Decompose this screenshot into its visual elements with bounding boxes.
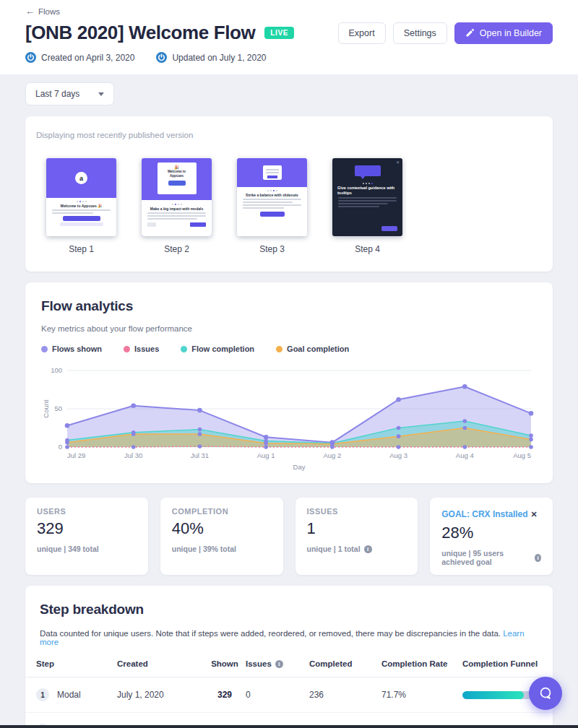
breadcrumb[interactable]: ← Flows (25, 6, 60, 17)
step-label: Step 2 (142, 244, 212, 254)
completion-funnel-fill (462, 691, 524, 699)
legend-dot-icon (181, 346, 187, 352)
analytics-area-chart: 050100Jul 29Jul 30Jul 31Aug 1Aug 2Aug 3A… (41, 362, 537, 472)
close-icon: ✕ (396, 160, 400, 165)
step-4-preview-image: ✕ Give contextual guidance with tooltips (332, 158, 402, 236)
chat-bubble-icon (537, 685, 554, 702)
window-bottom-edge (0, 725, 578, 728)
step-label: Step 1 (46, 244, 116, 254)
data-point (462, 426, 467, 430)
stat-card-goal: GOAL: CRX Installed✕28%unique | 95 users… (430, 498, 553, 575)
data-point (65, 423, 70, 428)
x-tick-label: Aug 5 (513, 451, 531, 459)
issues-cell: 0 (246, 690, 309, 700)
data-point (264, 441, 268, 446)
chat-widget-button[interactable] (529, 677, 562, 710)
table-row: 1ModalJuly 1, 2020329023671.7% (25, 677, 553, 712)
stat-card-users: USERS329unique | 349 total (25, 498, 148, 575)
open-in-builder-button[interactable]: Open in Builder (454, 22, 553, 44)
data-point (462, 445, 467, 449)
updated-meta: Updated on July 1, 2020 (156, 52, 266, 63)
x-tick-label: Aug 3 (389, 451, 407, 459)
x-tick-label: Jul 30 (124, 451, 142, 459)
data-point (131, 403, 136, 408)
created-text: Created on April 3, 2020 (41, 53, 134, 63)
data-point (462, 384, 467, 389)
step-thumbnail-1: a Welcome to Appcues 🎉 Step 1 (46, 158, 116, 254)
info-icon[interactable]: i (275, 660, 283, 668)
stat-subtext-label: unique | 95 users achieved goal (441, 549, 531, 566)
info-icon[interactable]: i (535, 554, 541, 562)
legend-item-goal-completion: Goal completion (276, 344, 349, 353)
legend-item-issues: Issues (124, 344, 159, 353)
history-power-icon (25, 52, 36, 63)
settings-button[interactable]: Settings (393, 22, 447, 44)
stat-label: COMPLETION (172, 507, 272, 516)
analytics-subtitle: Key metrics about your flow performance (41, 324, 537, 333)
goal-link[interactable]: GOAL: CRX Installed (441, 509, 527, 519)
step-type: Modal (57, 690, 81, 700)
stat-label: USERS (37, 507, 137, 516)
data-point (529, 433, 533, 438)
stat-card-issues: ISSUES1unique | 1 totali (296, 498, 418, 575)
data-point (529, 411, 534, 416)
column-header-created: Created (117, 659, 204, 668)
step-thumbnail-3: Strike a balance with slideouts Step 3 (237, 158, 307, 254)
updated-text: Updated on July 1, 2020 (172, 53, 266, 63)
stat-subtext: unique | 39% total (172, 545, 272, 553)
legend-label: Flow completion (191, 344, 254, 353)
column-header-issues: Issuesi (246, 659, 309, 668)
step-thumbnail-4: ✕ Give contextual guidance with tooltips… (332, 158, 402, 254)
date-range-value: Last 7 days (35, 89, 79, 99)
goal-label-row: GOAL: CRX Installed✕ (441, 507, 541, 520)
x-tick-label: Aug 1 (257, 451, 275, 459)
created-cell: July 1, 2020 (117, 690, 204, 700)
data-point (264, 435, 269, 440)
column-header-label: Issues (246, 659, 272, 668)
chart-legend: Flows shownIssuesFlow completionGoal com… (41, 344, 537, 353)
x-tick-label: Aug 2 (323, 451, 341, 459)
goal-remove-icon[interactable]: ✕ (531, 510, 538, 519)
history-power-icon (156, 52, 167, 63)
legend-label: Goal completion (287, 344, 349, 353)
stat-subtext: unique | 95 users achieved goali (441, 549, 541, 566)
preview-note: Displaying most recently published versi… (36, 131, 542, 139)
breadcrumb-label: Flows (38, 7, 60, 16)
stat-subtext-label: unique | 1 total (307, 545, 361, 553)
data-point (529, 445, 533, 449)
stat-subtext-label: unique | 39% total (172, 545, 236, 553)
y-tick-label: 50 (54, 404, 62, 412)
stat-value: 40% (172, 519, 272, 538)
legend-item-flow-completion: Flow completion (181, 344, 254, 353)
data-point (396, 397, 401, 402)
date-range-dropdown[interactable]: Last 7 days (25, 82, 114, 105)
legend-label: Flows shown (52, 344, 102, 353)
table-body: 1ModalJuly 1, 2020329023671.7%2ModalJuly… (25, 677, 553, 728)
step-label: Step 4 (332, 244, 402, 254)
chevron-down-icon (98, 92, 104, 96)
stat-subtext: unique | 1 totali (307, 545, 407, 553)
step-label: Step 3 (237, 244, 307, 254)
step-1-preview-image: a Welcome to Appcues 🎉 (46, 158, 116, 236)
back-arrow-icon: ← (25, 6, 35, 17)
data-point (330, 445, 335, 449)
step-breakdown-card: Step breakdown Data counted for unique u… (25, 586, 553, 728)
stat-card-completion: COMPLETION40%unique | 39% total (160, 498, 283, 575)
data-point (198, 428, 202, 432)
created-meta: Created on April 3, 2020 (25, 52, 134, 63)
column-header-shown: Shown (204, 659, 246, 668)
step-thumbnail-2: 🎉 Welcome to Appcues Make a big impact w… (142, 158, 212, 254)
info-icon[interactable]: i (364, 545, 372, 553)
export-button[interactable]: Export (338, 22, 386, 44)
data-point (131, 432, 136, 436)
legend-dot-icon (124, 346, 130, 352)
stats-cards-row: USERS329unique | 349 totalCOMPLETION40%u… (25, 498, 553, 575)
data-point (198, 444, 202, 448)
flow-analytics-card: Flow analytics Key metrics about your fl… (25, 282, 553, 483)
completion-rate-cell: 71.7% (381, 690, 462, 700)
confetti-icon: 🎉 (158, 165, 197, 170)
breakdown-note: Data counted for unique users. Note that… (40, 629, 538, 646)
x-tick-label: Jul 29 (67, 451, 85, 459)
stat-value: 1 (307, 519, 407, 538)
step-3-preview-image: Strike a balance with slideouts (237, 158, 307, 236)
